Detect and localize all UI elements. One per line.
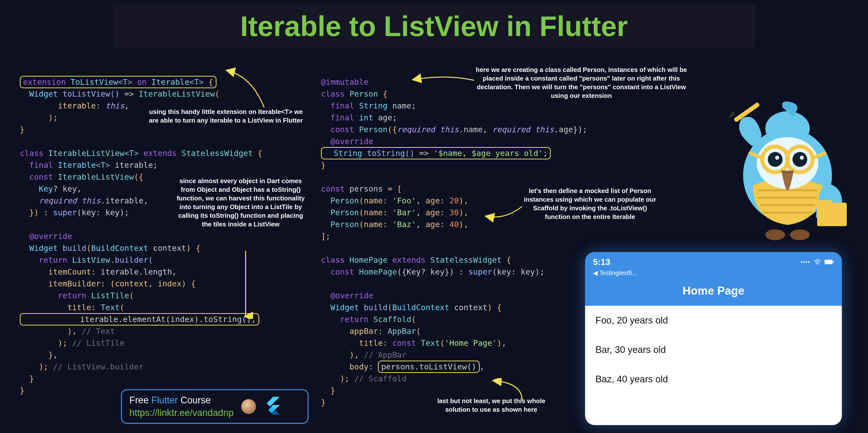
kw-this: this: [440, 125, 459, 134]
end: (key: key);: [492, 267, 545, 277]
annotation-tostring: since almost every object in Dart comes …: [175, 177, 306, 229]
fn-build: build: [359, 303, 388, 312]
type: Iterable: [58, 161, 96, 170]
brace: {: [378, 89, 388, 98]
list-item[interactable]: Foo, 20 years old: [585, 306, 842, 335]
close: ),: [20, 326, 82, 336]
svg-rect-15: [817, 203, 847, 226]
brace: {: [204, 77, 213, 87]
comma: ,: [480, 362, 484, 372]
close: ),: [459, 208, 469, 217]
page-title-banner: Iterable to ListView in Flutter: [113, 5, 755, 48]
close-brace: }: [20, 386, 25, 395]
expr-tolistview: persons.toListView(): [381, 362, 476, 372]
type-iterable: Iterable: [151, 77, 189, 87]
type-int: int: [359, 113, 373, 122]
val: iterable.length,: [101, 267, 177, 277]
class-text: Text: [101, 303, 120, 312]
close: ) {: [487, 303, 502, 312]
wifi-icon: [814, 259, 821, 265]
signal-dots-icon: ••••: [801, 259, 810, 265]
ctor: Person: [321, 208, 359, 217]
promo-post: Course: [178, 395, 211, 405]
close: ),: [321, 350, 364, 359]
fn-build: build: [58, 243, 86, 253]
paren: (: [129, 291, 134, 300]
type-param: <T>: [96, 161, 110, 170]
kw-extends: extends: [388, 255, 430, 265]
ctor: Person: [359, 125, 388, 134]
phone-status-bar: 5:13 ••••: [585, 252, 842, 268]
kw-return: return: [20, 291, 91, 300]
prop-title: title:: [321, 338, 392, 348]
open: ({: [134, 172, 144, 182]
super: super: [468, 267, 492, 277]
phone-back-label[interactable]: ◀ Testingtextfi...: [585, 268, 842, 279]
promo-link[interactable]: https://linktr.ee/vandadnp: [129, 407, 234, 419]
svg-point-11: [793, 152, 807, 167]
comment: // Text: [82, 326, 115, 336]
class-appbar: AppBar: [388, 326, 416, 336]
number: 30: [449, 208, 459, 217]
type-param: <T>: [189, 77, 204, 87]
close-brace: }: [20, 125, 25, 134]
kw-const: const: [321, 184, 345, 194]
ref: .iterable,: [101, 196, 148, 205]
kw-this: this: [82, 196, 100, 205]
class-listview: ListView: [72, 255, 110, 265]
phone-appbar-title: Home Page: [585, 279, 842, 306]
ctor: Person: [321, 220, 359, 229]
close: ),: [459, 196, 469, 205]
prop-title: title:: [20, 303, 101, 312]
open-bracket: = [: [388, 184, 402, 194]
var-persons: persons: [345, 184, 388, 194]
class-homepage: HomePage: [349, 255, 388, 265]
class-scaffold: Scaffold: [373, 315, 411, 324]
string: 'Bar': [392, 208, 416, 217]
ctor: HomePage: [359, 267, 397, 277]
kw-final: final: [321, 101, 359, 111]
field: .name,: [459, 125, 492, 134]
prop-iterable: iterable:: [20, 101, 105, 111]
class-listtile: ListTile: [91, 291, 129, 300]
type-string: String: [324, 148, 362, 158]
close-brace: }: [321, 386, 335, 395]
number: 40: [449, 220, 459, 229]
class-person: Person: [349, 89, 378, 98]
kw-this: this: [105, 101, 124, 111]
prop-body: body:: [321, 362, 378, 372]
kw-class: class: [321, 255, 349, 265]
kw-required: required: [20, 196, 82, 205]
arrow: =>: [124, 89, 139, 98]
status-icons: ••••: [801, 259, 834, 265]
type-buildcontext: BuildContext: [91, 243, 148, 253]
comment: // ListView.builder: [53, 362, 144, 372]
list-item[interactable]: Bar, 30 years old: [585, 335, 842, 365]
fn-builder: .builder(: [110, 255, 153, 265]
svg-marker-14: [728, 111, 736, 118]
close-brace: }: [321, 161, 326, 170]
list-item[interactable]: Baz, 40 years old: [585, 365, 842, 394]
open: ({: [388, 125, 397, 134]
flutter-logo-icon: [264, 397, 280, 416]
paren: (: [215, 89, 219, 98]
annotation-override: @override: [321, 137, 373, 146]
code-block-right: @immutable class Person { final String n…: [321, 64, 563, 408]
annotation-usage: last but not least, we put this whole so…: [430, 397, 553, 414]
kw-extension: extension: [23, 77, 66, 87]
arg: (name:: [359, 196, 392, 205]
arg: , age:: [416, 220, 449, 229]
annotation-extension: using this handy little extension on Ite…: [146, 108, 306, 125]
promo-box: Free Flutter Course https://linktr.ee/va…: [121, 389, 309, 424]
string-literal: '$name, $age years old': [434, 148, 543, 158]
promo-pre: Free: [129, 395, 151, 405]
var: age;: [373, 113, 397, 122]
arg: , age:: [416, 196, 449, 205]
kw-const: const: [392, 338, 421, 348]
arg: (key: key);: [77, 208, 129, 217]
page-title: Iterable to ListView in Flutter: [118, 10, 750, 42]
type-param: <T>: [124, 148, 139, 158]
ext-name: ToListView: [66, 77, 118, 87]
kw-const: const: [321, 267, 359, 277]
promo-text: Free Flutter Course https://linktr.ee/va…: [129, 394, 234, 420]
